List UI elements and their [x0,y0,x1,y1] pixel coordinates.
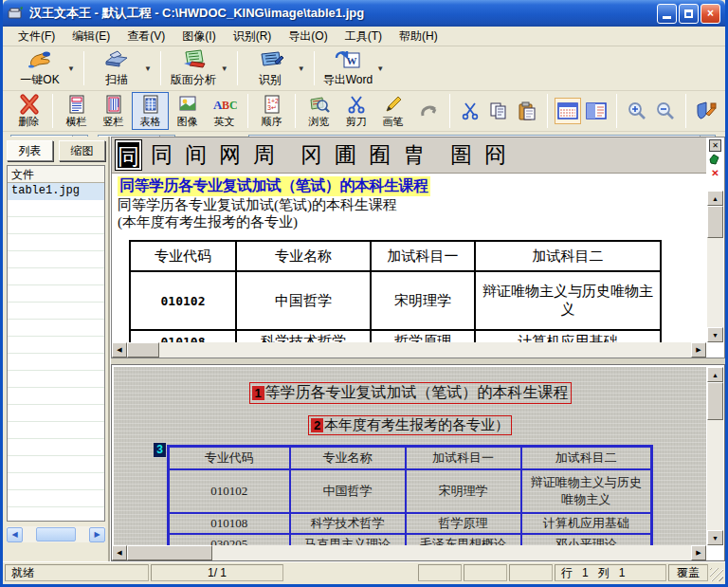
candidate-char[interactable]: 间 [185,140,207,170]
export-word-button[interactable]: W 导出Word [319,47,376,89]
scan-vscrollbar[interactable]: ▲ ▼ [707,367,723,545]
selected-char[interactable]: 同 [116,140,141,170]
menu-view[interactable]: 查看(V) [119,27,173,46]
scroll-thumb[interactable] [127,342,159,358]
paste-icon[interactable] [514,98,540,124]
one-click-ok-button[interactable]: 一键OK [12,47,67,89]
scan-region-1[interactable]: 1等学历各专业复试加试（笔试）的本科生课程 [249,382,572,404]
delete-button[interactable]: 删除 [10,92,47,130]
candidate-char[interactable]: 囿 [369,140,391,170]
tab-thumbnail[interactable]: 缩图 [59,140,105,161]
scroll-left-icon[interactable]: ◀ [7,527,23,542]
candidate-char[interactable]: 网 [219,140,241,170]
horizontal-column-button[interactable]: 横栏 [58,92,95,130]
table-region-button[interactable]: 表格 [132,92,169,130]
english-button[interactable]: ABC 英文 [206,92,243,130]
scroll-thumb[interactable] [707,382,723,420]
menu-image[interactable]: 图像(I) [174,27,223,46]
ocr-line[interactable]: (本年度有考生报考的各专业) [118,213,701,230]
scroll-right-icon[interactable]: ▶ [691,342,706,358]
svg-text:C: C [229,99,237,112]
zoom-out-icon[interactable] [652,98,679,124]
tab-list[interactable]: 列表 [7,140,53,161]
ocr-vscrollbar[interactable]: ▲ ▼ [707,191,723,342]
ocr-line[interactable]: 同等学历各专业复试加试(笔试)的本科生课程 [118,196,701,213]
scroll-up-icon[interactable]: ▲ [707,367,723,382]
scan-region-2[interactable]: 2本年度有考生报考的各专业） [308,415,512,435]
edit-toolbar-right-group [416,94,719,128]
scanned-image[interactable]: 1等学历各专业复试加试（笔试）的本科生课程 2本年度有考生报考的各专业） 3 专… [114,367,706,545]
resize-grip[interactable] [710,568,723,581]
view-table-icon[interactable] [555,98,581,124]
one-click-ok-dropdown[interactable]: ▼ [67,64,75,73]
ocr-table[interactable]: 专业代码 专业名称 加试科目一 加试科目二 010102 中国哲学 宋明理学 辩… [129,240,662,342]
view-split-icon[interactable] [583,98,610,124]
scroll-thumb[interactable] [127,545,212,560]
candidate-char[interactable]: 同 [151,140,173,170]
candidate-char[interactable]: 圄 [450,140,472,170]
close-candidate-icon[interactable]: ✕ [709,139,721,152]
scan-dropdown[interactable]: ▼ [144,64,152,73]
scan-table-header: 加试科目二 [521,447,652,469]
export-word-dropdown[interactable]: ▼ [376,64,384,73]
candidate-char[interactable]: 冏 [484,140,506,170]
candidate-char[interactable]: 胄 [403,140,425,170]
scroll-thumb[interactable] [36,527,76,541]
scissors-button[interactable]: 剪刀 [337,92,374,130]
file-list-item[interactable]: table1.jpg [8,183,104,200]
scroll-down-icon[interactable]: ▼ [707,530,723,545]
scan-hscrollbar[interactable]: ◀ ▶ [112,545,706,560]
scroll-left-icon[interactable]: ◀ [112,342,127,358]
region-1-marker[interactable]: 1 [252,386,264,400]
maximize-button[interactable] [679,4,699,24]
layout-analysis-icon [178,48,209,71]
scroll-up-icon[interactable]: ▲ [707,191,723,206]
ocr-result-pane: 同 同 间 网 周 冈 圃 囿 胄 圄 冏 ✕ ✕ [111,137,725,358]
image-region-label: 图像 [177,115,198,129]
copy-icon[interactable] [485,98,512,124]
undo-icon[interactable] [416,98,443,124]
minimize-button[interactable] [657,4,677,24]
ocr-hscrollbar[interactable]: ◀ ▶ [112,342,706,358]
reject-char-icon[interactable]: ✕ [709,168,721,180]
zoom-in-icon[interactable] [624,98,650,124]
pen-button[interactable]: 画笔 [374,92,411,130]
menu-export[interactable]: 导出(O) [281,27,335,46]
vertical-column-button[interactable]: 竖栏 [95,92,132,130]
menu-recognize[interactable]: 识别(R) [226,27,280,46]
order-button[interactable]: 1+23↵ 顺序 [253,92,290,130]
scan-button[interactable]: 扫描 [89,47,144,89]
scan-cell: 邓小平理论 [521,534,652,546]
menu-file[interactable]: 文件(F) [10,27,63,46]
sidebar-hscrollbar[interactable]: ◀ ▶ [7,526,105,542]
scroll-right-icon[interactable]: ▶ [89,527,105,542]
region-3-marker[interactable]: 3 [154,443,166,457]
scroll-down-icon[interactable]: ▼ [707,327,723,342]
scroll-left-icon[interactable]: ◀ [112,545,127,560]
region-2-marker[interactable]: 2 [311,418,323,432]
candidate-char[interactable]: 冈 [300,140,322,170]
browse-button[interactable]: 浏览 [300,92,337,130]
ocr-title-line[interactable]: 同等学历各专业复试加试（笔试）的本科生课程 [118,176,430,196]
scan-cell: 马克思主义理论 [290,534,406,546]
cut-icon[interactable] [457,98,483,124]
confirm-char-icon[interactable] [709,154,721,166]
candidate-char[interactable]: 周 [253,140,275,170]
scan-region-3[interactable]: 3 专业代码 专业名称 加试科目一 加试科目二 010102 中国哲学 [167,445,653,545]
scroll-thumb[interactable] [707,206,723,238]
scissors-label: 剪刀 [346,115,367,129]
recognize-button[interactable]: 识别 [243,47,298,89]
close-button[interactable]: × [701,4,720,24]
recognize-dropdown[interactable]: ▼ [298,64,305,73]
settings-icon[interactable] [693,98,719,124]
menu-help[interactable]: 帮助(H) [391,27,446,46]
menu-tools[interactable]: 工具(T) [337,27,390,46]
layout-analysis-button[interactable]: 版面分析 [166,47,221,89]
file-list-header[interactable]: 文件 [8,166,104,183]
scroll-right-icon[interactable]: ▶ [691,545,706,560]
candidate-char[interactable]: 圃 [335,140,356,170]
image-region-button[interactable]: 图像 [169,92,206,130]
menu-edit[interactable]: 编辑(E) [64,27,118,46]
ocr-text-area[interactable]: 同等学历各专业复试加试（笔试）的本科生课程 同等学历各专业复试加试(笔试)的本科… [112,174,706,342]
layout-analysis-dropdown[interactable]: ▼ [221,64,228,73]
